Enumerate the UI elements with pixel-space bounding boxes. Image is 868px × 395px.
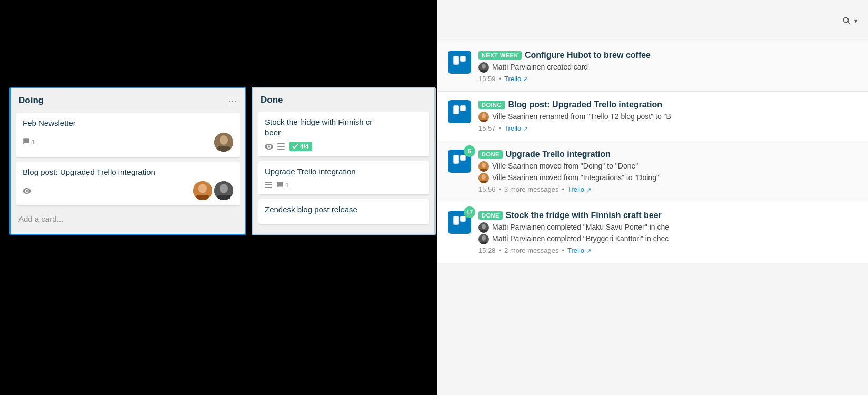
card-title: Feb Newsletter — [23, 118, 233, 129]
avatar-small — [478, 222, 489, 233]
notif-detail-line: Matti Parviainen completed "Bryggeri Kan… — [478, 234, 857, 244]
svg-point-1 — [220, 135, 228, 145]
avatar — [193, 181, 212, 200]
card-title: Stock the fridge with Finnish crbeer — [265, 117, 423, 137]
svg-rect-19 — [480, 70, 488, 73]
card-zendesk[interactable]: Zendesk blog post release — [258, 199, 429, 225]
avatar — [214, 133, 233, 152]
avatar-small — [478, 173, 489, 183]
card-upgrade[interactable]: Upgrade Trello integration 1 — [258, 161, 429, 195]
notif-meta: 15:28 • 2 more messages • Trello ↗ — [478, 246, 857, 254]
svg-rect-13 — [265, 184, 272, 185]
notif-badge: 17 — [464, 206, 475, 218]
svg-rect-21 — [460, 105, 466, 111]
svg-rect-29 — [480, 169, 488, 172]
card-title: Zendesk blog post release — [265, 204, 423, 215]
notif-time: 15:57 — [478, 124, 496, 132]
notif-title: Upgrade Trello integration — [506, 150, 611, 159]
notif-detail-line: Ville Saarinen renamed from "Trello T2 b… — [478, 112, 857, 122]
list-doing-header: Doing ⋯ — [16, 94, 240, 107]
search-button[interactable]: ▾ — [842, 16, 857, 26]
svg-rect-37 — [480, 230, 488, 233]
notification-item[interactable]: 5 DONE Upgrade Trello integration Ville … — [437, 141, 868, 202]
notif-text: Matti Parviainen completed "Bryggeri Kan… — [492, 234, 669, 244]
svg-point-39 — [482, 235, 486, 241]
notif-title-line: DONE Upgrade Trello integration — [478, 150, 857, 159]
notif-content: DOING Blog post: Upgraded Trello integra… — [478, 100, 857, 132]
notif-meta: 15:56 • 3 more messages • Trello ↗ — [478, 185, 857, 193]
notification-item[interactable]: 17 DONE Stock the fridge with Finnish cr… — [437, 202, 868, 263]
notif-trello-link[interactable]: Trello — [504, 124, 521, 132]
external-link-icon: ↗ — [523, 125, 530, 132]
eye-badge — [23, 188, 31, 194]
notif-icon-wrap: 17 — [448, 211, 471, 234]
notif-trello-link[interactable]: Trello — [567, 246, 584, 254]
add-card-button[interactable]: Add a card... — [16, 210, 240, 228]
notif-title: Configure Hubot to brew coffee — [525, 51, 651, 60]
notification-list: NEXT WEEK Configure Hubot to brew coffee… — [437, 42, 868, 263]
notif-text: Matti Parviainen created card — [492, 62, 588, 73]
card-avatars — [193, 181, 233, 200]
notif-icon-wrap — [448, 100, 471, 123]
notif-content: NEXT WEEK Configure Hubot to brew coffee… — [478, 51, 857, 83]
card-meta: 1 — [23, 133, 233, 152]
card-fridge[interactable]: Stock the fridge with Finnish crbeer 4/4 — [258, 112, 429, 157]
notif-detail-line: Ville Saarinen moved from "Doing" to "Do… — [478, 161, 857, 172]
external-link-icon: ↗ — [523, 76, 530, 82]
svg-point-36 — [482, 224, 486, 229]
notifications-panel: ▾ NEXT WEEK Configure Hubot to brew coff… — [437, 0, 868, 395]
trello-icon — [448, 100, 471, 123]
notif-meta: 15:57 • Trello ↗ — [478, 124, 857, 132]
notification-item[interactable]: DOING Blog post: Upgraded Trello integra… — [437, 92, 868, 141]
notif-title-line: DOING Blog post: Upgraded Trello integra… — [478, 100, 857, 110]
card-avatars — [214, 133, 233, 152]
list-done-title: Done — [261, 95, 283, 105]
svg-rect-26 — [460, 155, 466, 161]
avatar-small — [478, 234, 489, 244]
comment-count: 1 — [32, 138, 35, 146]
board-lists: Doing ⋯ Feb Newsletter 1 — [9, 87, 436, 235]
list-doing: Doing ⋯ Feb Newsletter 1 — [9, 87, 246, 235]
list-done: Done Stock the fridge with Finnish crbee… — [252, 87, 436, 235]
notif-trello-link[interactable]: Trello — [567, 185, 584, 193]
notif-title: Blog post: Upgraded Trello integration — [508, 100, 662, 110]
list-menu-icon[interactable]: ⋯ — [228, 95, 237, 106]
notif-title: Stock the fridge with Finnish craft beer — [506, 211, 662, 220]
svg-rect-25 — [453, 155, 459, 163]
svg-rect-40 — [480, 242, 488, 244]
card-feb-newsletter[interactable]: Feb Newsletter 1 — [16, 113, 240, 157]
checklist-badge: 4/4 — [289, 142, 312, 151]
svg-rect-34 — [460, 216, 466, 222]
svg-rect-10 — [277, 146, 285, 147]
notif-text: Ville Saarinen moved from "Doing" to "Do… — [492, 161, 638, 172]
avatar-small — [478, 62, 489, 73]
comment-badge: 1 — [276, 181, 289, 189]
list-badge — [277, 143, 285, 150]
notifications-header: ▾ — [437, 0, 868, 42]
notif-detail-line: Matti Parviainen created card — [478, 62, 857, 73]
list-doing-title: Doing — [18, 95, 44, 106]
svg-rect-15 — [453, 56, 459, 64]
notif-badge: 5 — [464, 145, 475, 157]
notif-icon-wrap: 5 — [448, 150, 471, 173]
notif-label: DONE — [478, 211, 503, 220]
svg-point-28 — [482, 163, 486, 168]
notif-title-line: DONE Stock the fridge with Finnish craft… — [478, 211, 857, 220]
notif-more: 2 more messages — [504, 246, 558, 254]
notif-time: 15:28 — [478, 246, 496, 254]
svg-point-18 — [482, 64, 486, 69]
card-title: Upgrade Trello integration — [265, 166, 423, 177]
svg-rect-16 — [460, 56, 466, 62]
card-blog-post[interactable]: Blog post: Upgraded Trello integration — [16, 162, 240, 206]
notif-text: Matti Parviainen completed "Maku Savu Po… — [492, 222, 669, 233]
external-link-icon: ↗ — [586, 186, 593, 193]
list-badge — [265, 182, 272, 188]
notif-icon-wrap — [448, 51, 471, 74]
notif-trello-link[interactable]: Trello — [504, 75, 521, 83]
svg-rect-32 — [480, 181, 488, 183]
board-panel: Doing ⋯ Feb Newsletter 1 — [0, 0, 437, 395]
notification-item[interactable]: NEXT WEEK Configure Hubot to brew coffee… — [437, 42, 868, 92]
card-title: Blog post: Upgraded Trello integration — [23, 167, 233, 177]
card-meta — [23, 181, 233, 200]
trello-icon — [448, 51, 471, 74]
